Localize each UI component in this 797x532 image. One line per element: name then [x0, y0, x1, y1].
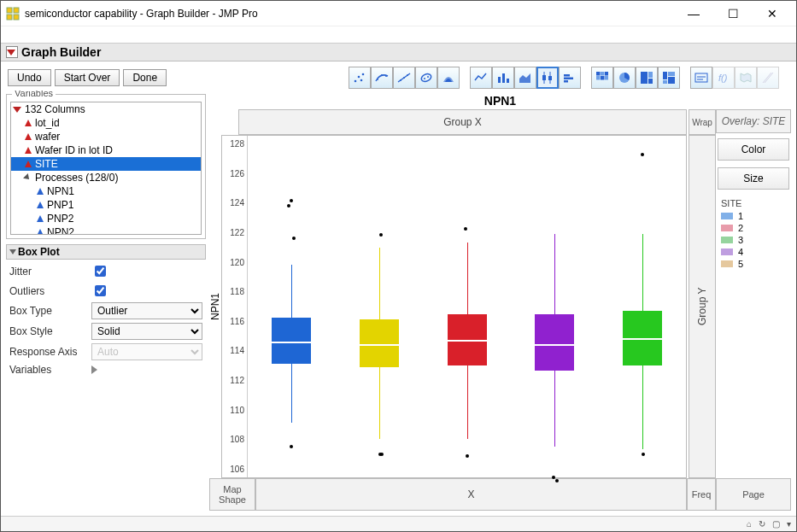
map-tool[interactable] — [735, 67, 757, 89]
groupy-dropzone[interactable]: Group Y — [689, 135, 716, 478]
columns-list[interactable]: 132 Columns lot_idwaferWafer ID in lot I… — [10, 102, 202, 235]
reload-icon[interactable]: ↻ — [759, 519, 765, 529]
plot-area[interactable] — [248, 136, 686, 477]
boxplot-section-header[interactable]: Box Plot — [6, 244, 206, 260]
svg-point-15 — [420, 73, 432, 83]
section-header[interactable]: Graph Builder — [1, 44, 796, 61]
wrap-dropzone[interactable]: Wrap — [689, 109, 716, 135]
jitter-checkbox[interactable] — [95, 266, 106, 277]
svg-line-47 — [765, 73, 773, 83]
column-item[interactable]: lot_id — [11, 116, 201, 130]
legend-swatch — [721, 225, 733, 231]
triangle-right-icon[interactable] — [91, 365, 97, 374]
column-item[interactable]: Wafer ID in lot ID — [11, 143, 201, 157]
columns-header[interactable]: 132 Columns — [11, 102, 201, 116]
column-item[interactable]: NPN2 — [11, 225, 201, 235]
column-item[interactable]: wafer — [11, 130, 201, 143]
freq-dropzone[interactable]: Freq — [687, 478, 716, 511]
disclose-button[interactable] — [6, 46, 18, 58]
nominal-icon — [25, 133, 32, 140]
legend-item[interactable]: 1 — [721, 211, 786, 221]
legend-label: 4 — [738, 247, 743, 257]
outliers-label: Outliers — [9, 285, 91, 297]
svg-rect-39 — [663, 80, 667, 84]
undo-button[interactable]: Undo — [8, 69, 51, 86]
respaxis-select: Auto — [91, 343, 202, 360]
legend-header: SITE — [721, 198, 786, 208]
continuous-icon — [37, 229, 44, 235]
svg-rect-20 — [507, 79, 509, 83]
svg-point-5 — [358, 76, 360, 79]
column-item[interactable]: NPN1 — [11, 184, 201, 198]
continuous-icon — [37, 202, 44, 208]
nominal-icon — [25, 161, 32, 167]
window-titlebar: semiconductor capability - Graph Builder… — [1, 1, 796, 26]
column-item[interactable]: SITE — [11, 157, 201, 171]
legend-item[interactable]: 3 — [721, 235, 786, 245]
column-item[interactable]: Processes (128/0) — [11, 171, 201, 184]
svg-rect-2 — [7, 15, 12, 20]
area-tool[interactable] — [514, 67, 536, 89]
column-item[interactable]: PNP1 — [11, 198, 201, 212]
line-tool[interactable] — [470, 67, 492, 89]
points-tool[interactable] — [349, 67, 371, 89]
formula-tool[interactable]: f() — [712, 67, 735, 89]
window-maximize-button[interactable]: ☐ — [721, 7, 745, 20]
column-item[interactable]: PNP2 — [11, 212, 201, 225]
legend-item[interactable]: 2 — [721, 223, 786, 233]
groupx-dropzone[interactable]: Group X — [238, 109, 687, 135]
color-dropzone[interactable]: Color — [718, 138, 789, 161]
dropdown-icon[interactable]: ▾ — [787, 519, 791, 529]
mosaic-tool[interactable] — [658, 67, 680, 89]
legend-label: 2 — [738, 223, 743, 233]
column-label: NPN1 — [47, 185, 74, 197]
svg-rect-19 — [502, 73, 505, 83]
svg-rect-0 — [7, 8, 12, 13]
y-axis-ticks: 128126124122120118116114112110108106 — [222, 136, 248, 477]
boxstyle-select[interactable]: Solid — [91, 323, 202, 340]
heatmap-tool[interactable] — [591, 67, 613, 89]
pie-tool[interactable] — [613, 67, 636, 89]
svg-point-17 — [427, 76, 429, 78]
legend-swatch — [721, 248, 733, 255]
home-icon[interactable]: ⌂ — [747, 519, 752, 529]
mapshape-dropzone[interactable]: Map Shape — [209, 478, 255, 511]
start-over-button[interactable]: Start Over — [55, 69, 120, 86]
square-icon[interactable]: ▢ — [772, 519, 780, 529]
svg-rect-28 — [596, 72, 601, 76]
legend-swatch — [721, 237, 733, 243]
svg-point-12 — [400, 79, 401, 81]
column-label: wafer — [35, 131, 60, 143]
contour-tool[interactable] — [437, 67, 460, 89]
legend-item[interactable]: 5 — [721, 259, 786, 269]
size-dropzone[interactable]: Size — [718, 167, 789, 190]
window-close-button[interactable]: ✕ — [760, 7, 784, 20]
outliers-checkbox[interactable] — [95, 285, 106, 296]
line-of-fit-tool[interactable] — [393, 67, 415, 89]
svg-rect-37 — [648, 79, 653, 84]
svg-rect-1 — [14, 8, 19, 13]
histogram-tool[interactable] — [559, 67, 581, 89]
done-button[interactable]: Done — [123, 69, 167, 86]
ellipse-tool[interactable] — [415, 67, 437, 89]
smoother-tool[interactable] — [371, 67, 393, 89]
section-title: Graph Builder — [21, 45, 101, 59]
column-label: Wafer ID in lot ID — [35, 144, 113, 156]
svg-rect-33 — [605, 76, 608, 80]
svg-point-10 — [385, 75, 387, 77]
svg-rect-36 — [648, 72, 653, 78]
column-label: PNP1 — [47, 199, 73, 211]
bar-tool[interactable] — [492, 67, 514, 89]
treemap-tool[interactable] — [636, 67, 658, 89]
x-dropzone[interactable]: X — [255, 478, 687, 511]
boxtype-select[interactable]: Outlier — [91, 302, 202, 319]
boxplot-tool[interactable] — [536, 67, 559, 89]
overlay-dropzone[interactable]: Overlay: SITE — [716, 109, 791, 133]
page-dropzone[interactable]: Page — [716, 478, 791, 511]
parallel-tool[interactable] — [757, 67, 779, 89]
svg-point-13 — [403, 77, 405, 79]
window-minimize-button[interactable]: — — [682, 7, 706, 20]
continuous-icon — [37, 188, 44, 195]
legend-item[interactable]: 4 — [721, 247, 786, 257]
caption-tool[interactable] — [690, 67, 712, 89]
